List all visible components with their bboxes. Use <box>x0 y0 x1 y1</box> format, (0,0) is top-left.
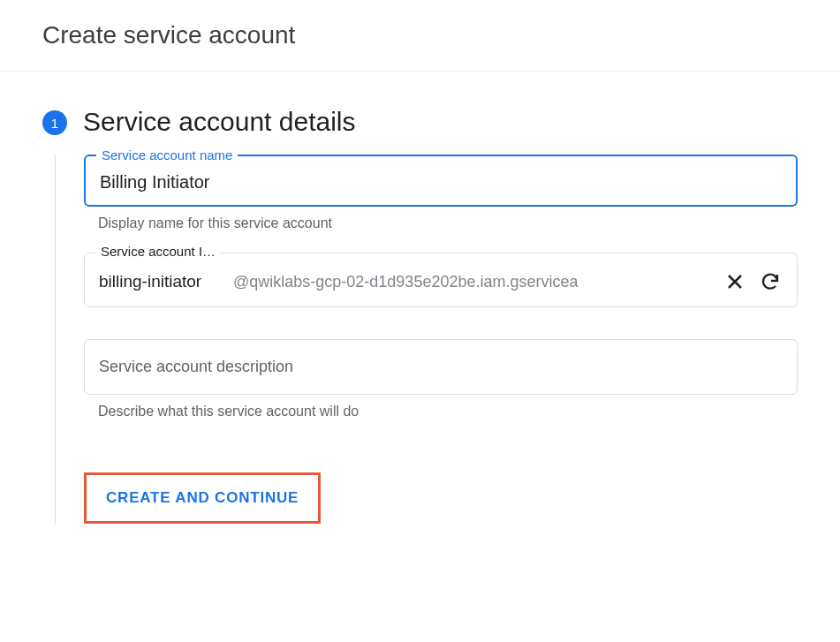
name-field-group: Service account name Display name for th… <box>84 155 798 231</box>
name-field-label: Service account name <box>96 147 238 162</box>
service-account-description-field[interactable] <box>84 339 798 395</box>
page-title: Create service account <box>42 21 798 49</box>
service-account-name-input[interactable] <box>100 172 782 193</box>
description-field-group: Describe what this service account will … <box>84 339 798 419</box>
refresh-icon[interactable] <box>758 269 783 294</box>
service-account-id-input[interactable] <box>99 272 223 291</box>
clear-icon[interactable] <box>723 269 747 294</box>
button-row: CREATE AND CONTINUE <box>84 472 798 524</box>
name-field-hint: Display name for this service account <box>84 215 798 231</box>
service-account-id-field[interactable]: Service account I… @qwiklabs-gcp-02-d1d9… <box>84 253 798 307</box>
step-1-title: Service account details <box>83 107 798 137</box>
id-field-label: Service account I… <box>95 244 221 259</box>
service-account-name-field[interactable]: Service account name <box>84 155 798 207</box>
step-line: Service account name Display name for th… <box>55 155 798 524</box>
step-body: Service account name Display name for th… <box>84 155 798 524</box>
id-field-group: Service account I… @qwiklabs-gcp-02-d1d9… <box>84 253 798 307</box>
step-1-badge: 1 <box>42 110 67 135</box>
create-and-continue-button[interactable]: CREATE AND CONTINUE <box>84 472 321 524</box>
content-area: 1 Service account details Service accoun… <box>0 72 840 559</box>
description-field-hint: Describe what this service account will … <box>84 404 798 419</box>
id-suffix-text: @qwiklabs-gcp-02-d1d935e202be.iam.gservi… <box>233 273 712 291</box>
page-header: Create service account <box>0 0 840 72</box>
service-account-description-input[interactable] <box>99 358 783 376</box>
